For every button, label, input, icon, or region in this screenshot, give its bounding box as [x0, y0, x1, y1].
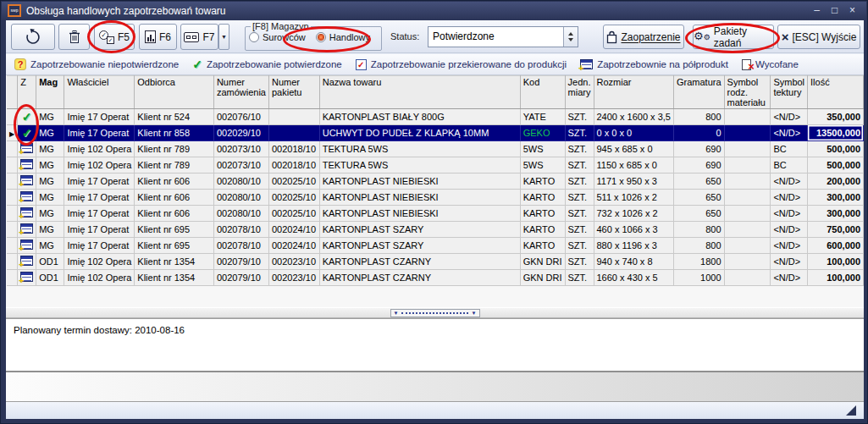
cell-recipient[interactable]: Klient nr 858	[135, 125, 214, 141]
cell-mat_sym[interactable]	[724, 254, 771, 270]
maximize-button[interactable]: □	[827, 3, 842, 18]
cell-size[interactable]: 940 x 740 x 8	[594, 254, 673, 270]
cell-order_no[interactable]: 002073/10	[213, 141, 268, 157]
table-row[interactable]: ▶✓MGImię 17 OperatKlient nr 858002029/10…	[7, 125, 864, 141]
cell-qty[interactable]: 200,000	[808, 173, 864, 190]
cell-mat_sym[interactable]	[724, 190, 771, 206]
cell-mat_sym[interactable]	[724, 141, 771, 157]
cell-mag[interactable]: OD1	[36, 254, 64, 270]
cell-recipient[interactable]: Klient nr 524	[135, 109, 214, 125]
row-selector-cell[interactable]	[7, 222, 18, 238]
cell-size[interactable]: 0 x 0 x 0	[594, 125, 673, 141]
cell-order_no[interactable]: 002080/10	[213, 173, 268, 190]
cell-unit[interactable]: SZT.	[565, 125, 594, 141]
cell-qty[interactable]: 300,000	[808, 190, 864, 206]
cell-qty[interactable]: 300,000	[808, 206, 864, 222]
cell-name[interactable]: KARTONPLAST NIEBIESKI	[319, 173, 520, 190]
row-selector-cell[interactable]	[7, 206, 18, 222]
cell-code[interactable]: 5WS	[520, 141, 565, 157]
radio-handlowy[interactable]	[316, 32, 326, 42]
table-row[interactable]: +MGImię 17 OperatKlient nr 606002080/100…	[7, 173, 864, 190]
cell-unit[interactable]: SZT.	[565, 254, 594, 270]
status-cell[interactable]: +	[18, 190, 36, 206]
table-row[interactable]: +MGImię 102 OperaKlient nr 789002073/100…	[7, 157, 864, 173]
status-cell[interactable]: +	[18, 222, 36, 238]
cell-name[interactable]: UCHWYT DO PUDEŁ Z KLAPKĄ 10MM	[319, 125, 520, 141]
cell-package_no[interactable]: 002018/10	[269, 157, 320, 173]
column-header-z[interactable]: Z	[18, 76, 36, 109]
cell-owner[interactable]: Imię 17 Operat	[64, 190, 135, 206]
delete-button[interactable]	[58, 24, 90, 50]
row-selector-cell[interactable]	[7, 141, 18, 157]
cell-qty[interactable]: 500,000	[808, 157, 864, 173]
cell-package_no[interactable]: 002025/10	[269, 206, 320, 222]
cell-unit[interactable]: SZT.	[565, 109, 594, 125]
cell-size[interactable]: 732 x 1026 x 2	[594, 206, 673, 222]
cell-order_no[interactable]: 002080/10	[213, 190, 268, 206]
cell-size[interactable]: 945 x 685 x 0	[594, 141, 673, 157]
cell-unit[interactable]: SZT.	[565, 190, 594, 206]
status-cell[interactable]: +	[18, 254, 36, 270]
cell-unit[interactable]: SZT.	[565, 141, 594, 157]
cell-package_no[interactable]: 002025/10	[269, 190, 320, 206]
table-row[interactable]: +MGImię 17 OperatKlient nr 695002078/100…	[7, 222, 864, 238]
cell-package_no[interactable]: 002018/10	[269, 141, 320, 157]
cell-mat_sym[interactable]	[724, 238, 771, 254]
cell-size[interactable]: 2400 x 1600 x 3,5	[594, 109, 673, 125]
cell-gram[interactable]: 690	[673, 141, 724, 157]
cell-board_sym[interactable]: <N/D>	[771, 222, 808, 238]
cell-unit[interactable]: SZT.	[565, 238, 594, 254]
status-cell[interactable]: +	[18, 157, 36, 173]
column-header-size[interactable]: Rozmiar	[594, 76, 673, 109]
cell-name[interactable]: KARTONPLAST CZARNY	[319, 254, 520, 270]
pakiety-zadan-button[interactable]: ⚙⚙ Pakiety zadań	[693, 25, 774, 49]
cell-gram[interactable]: 650	[673, 206, 724, 222]
table-row[interactable]: +MGImię 102 OperaKlient nr 789002073/100…	[7, 141, 864, 157]
cell-unit[interactable]: SZT.	[565, 206, 594, 222]
report-f6-button[interactable]: F6	[139, 24, 177, 50]
resize-grip[interactable]	[846, 405, 856, 416]
row-selector-cell[interactable]	[7, 238, 18, 254]
cell-board_sym[interactable]: BC	[771, 157, 808, 173]
column-header-name[interactable]: Nazwa towaru	[319, 76, 520, 109]
cell-mag[interactable]: MG	[36, 157, 64, 173]
cell-code[interactable]: GKN DRI	[520, 254, 565, 270]
cell-owner[interactable]: Imię 17 Operat	[64, 238, 135, 254]
cell-board_sym[interactable]: <N/D>	[771, 190, 808, 206]
title-bar[interactable]: swp Obsługa handlowych zapotrzebowań tow…	[2, 2, 866, 20]
cell-package_no[interactable]: 002023/10	[269, 254, 320, 270]
radio-surowcow[interactable]	[249, 32, 259, 42]
row-selector-cell[interactable]	[7, 254, 18, 270]
cell-package_no[interactable]: 002024/10	[269, 238, 320, 254]
cell-name[interactable]: TEKTURA 5WS	[319, 157, 520, 173]
column-header-qty[interactable]: Ilość	[808, 76, 864, 109]
cell-code[interactable]: KARTO	[520, 222, 565, 238]
cell-recipient[interactable]: Klient nr 1354	[135, 270, 214, 286]
column-header-sel[interactable]	[7, 76, 18, 109]
refresh-button[interactable]	[11, 24, 55, 50]
confirm-f5-button[interactable]: ✓✓ F5	[94, 24, 135, 50]
cell-code[interactable]: 5WS	[520, 157, 565, 173]
cell-size[interactable]: 511 x 1026 x 2	[594, 190, 673, 206]
cell-owner[interactable]: Imię 102 Opera	[64, 270, 135, 286]
cell-recipient[interactable]: Klient nr 606	[135, 190, 214, 206]
cell-mag[interactable]: MG	[36, 190, 64, 206]
cell-mag[interactable]: MG	[36, 222, 64, 238]
cell-qty[interactable]: 13500,000	[808, 125, 864, 141]
cell-order_no[interactable]: 002079/10	[213, 254, 268, 270]
cell-mag[interactable]: MG	[36, 173, 64, 190]
cell-mag[interactable]: MG	[36, 125, 64, 141]
cell-recipient[interactable]: Klient nr 695	[135, 222, 214, 238]
row-selector-cell[interactable]	[7, 109, 18, 125]
table-row[interactable]: +OD1Imię 102 OperaKlient nr 1354002079/1…	[7, 270, 864, 286]
column-header-order[interactable]: Numer zamówienia	[213, 76, 268, 109]
column-header-package[interactable]: Numer pakietu	[269, 76, 320, 109]
cell-gram[interactable]: 1800	[673, 254, 724, 270]
cell-owner[interactable]: Imię 17 Operat	[64, 206, 135, 222]
row-selector-cell[interactable]	[7, 270, 18, 286]
cell-gram[interactable]: 650	[673, 190, 724, 206]
cell-mag[interactable]: OD1	[36, 270, 64, 286]
cell-code[interactable]: KARTO	[520, 190, 565, 206]
status-cell[interactable]: +	[18, 173, 36, 190]
column-header-recipient[interactable]: Odbiorca	[135, 76, 214, 109]
